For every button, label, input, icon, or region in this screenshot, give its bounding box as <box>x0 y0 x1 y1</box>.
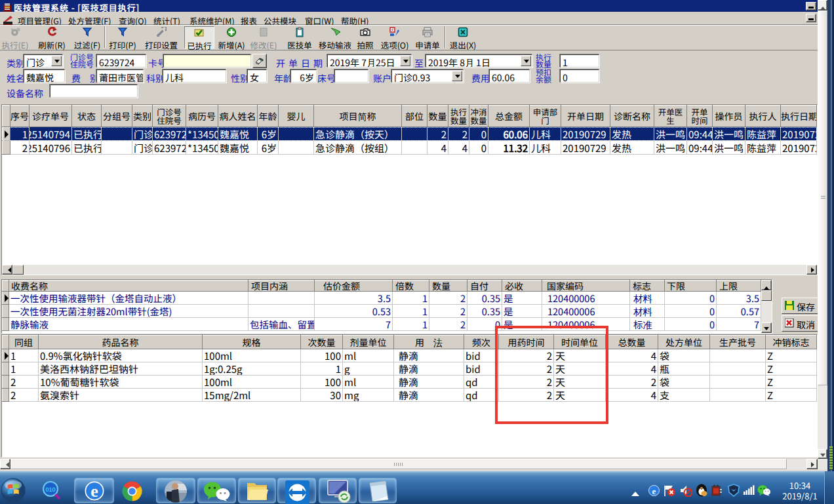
svg-text:010: 010 <box>45 486 55 493</box>
svg-text:e: e <box>90 482 98 501</box>
svg-text:e: e <box>652 486 656 496</box>
